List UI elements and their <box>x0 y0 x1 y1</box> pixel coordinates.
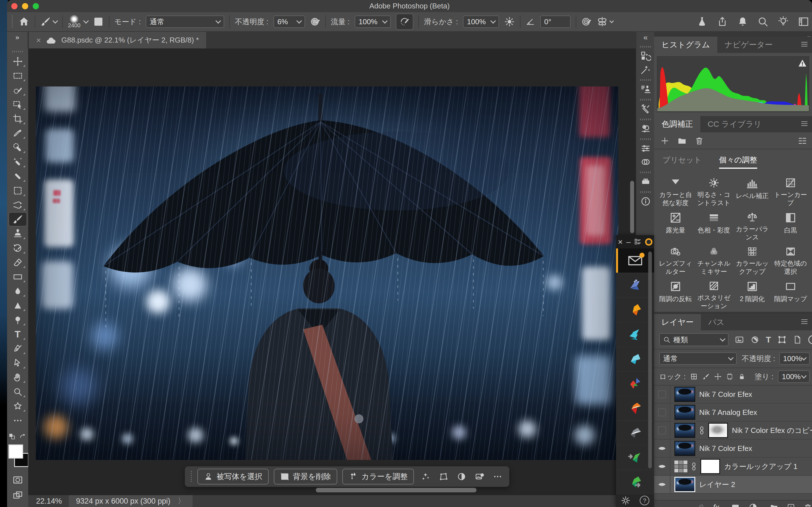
tool-path-select[interactable] <box>8 356 27 370</box>
tool-remove[interactable] <box>8 155 27 169</box>
subtab-individual[interactable]: 個々の調整 <box>718 155 758 169</box>
histogram-warning-icon[interactable] <box>798 59 807 67</box>
minimize-window-button[interactable] <box>22 3 28 9</box>
adjustment-hue-saturation[interactable]: 色相・彩度 <box>695 207 733 241</box>
tab-histogram[interactable]: ヒストグラム <box>654 37 717 53</box>
nik-item-export[interactable] <box>616 470 654 494</box>
toolbar-grip[interactable] <box>12 51 23 52</box>
horizontal-scrollbar[interactable] <box>316 488 476 492</box>
beta-flask-icon[interactable] <box>696 16 708 27</box>
adjustment-brightness-contrast[interactable]: 明るさ・コントラスト <box>695 173 733 207</box>
history-icon[interactable] <box>639 49 653 63</box>
vertical-scrollbar[interactable] <box>630 181 634 233</box>
tool-blur[interactable] <box>8 284 27 298</box>
adjustment-threshold[interactable]: 2 階調化 <box>733 276 771 310</box>
tool-selection-brush[interactable] <box>8 83 27 97</box>
blend-icon[interactable] <box>639 155 653 169</box>
toolbar-collapse-button[interactable]: » <box>7 32 28 48</box>
subtab-presets[interactable]: プリセット <box>661 155 703 169</box>
smart-object-filter-icon[interactable] <box>793 335 802 344</box>
visibility-toggle[interactable] <box>654 404 670 421</box>
quick-mask-toggle[interactable] <box>8 473 27 487</box>
lock-artboard-icon[interactable] <box>726 373 733 381</box>
layer-mask-thumbnail[interactable] <box>700 459 720 474</box>
taskbar-drag-handle[interactable] <box>190 471 192 482</box>
chevron-down-icon[interactable] <box>83 18 89 24</box>
opacity-input[interactable]: 6% <box>273 15 305 28</box>
layer-row[interactable]: カラールックアップ 1 <box>654 458 812 476</box>
transform-icon[interactable] <box>437 469 450 484</box>
tool-frame[interactable] <box>8 183 27 198</box>
tab-layers[interactable]: レイヤー <box>654 314 701 330</box>
tool-eyedropper[interactable] <box>8 126 27 140</box>
pressure-opacity-toggle[interactable] <box>310 17 320 27</box>
adjustment-invert[interactable]: 階調の反転 <box>656 276 695 310</box>
share-icon[interactable] <box>717 16 728 27</box>
mask-link-icon[interactable] <box>691 462 696 471</box>
minimize-icon[interactable]: – <box>626 237 631 246</box>
options-grip[interactable] <box>11 15 13 28</box>
tool-crop[interactable] <box>8 112 27 126</box>
layer-filter-select[interactable]: 種類 <box>659 333 728 346</box>
adjustment-channel-mixer[interactable]: チャンネルミキサー <box>695 241 733 276</box>
default-colors-icon[interactable] <box>9 433 16 441</box>
adjustment-photo-filter[interactable]: レンズフィルター <box>656 241 695 276</box>
discover-bulb-icon[interactable] <box>777 16 789 27</box>
delete-layer-icon[interactable] <box>804 503 812 507</box>
panel-menu-icon[interactable] <box>801 123 808 124</box>
brush-panel-toggle[interactable] <box>93 16 104 27</box>
tool-content-aware-move[interactable] <box>8 198 27 212</box>
adjustment-half-icon[interactable] <box>455 469 468 484</box>
symmetry-butterfly-toggle[interactable] <box>597 16 613 27</box>
layer-row[interactable]: Nik 7 Color Efex <box>654 440 812 458</box>
document-info[interactable]: 9324 px x 6000 px (300 ppi) 〉 <box>69 495 193 507</box>
folder-icon[interactable] <box>677 136 687 146</box>
trash-icon[interactable] <box>695 136 704 145</box>
collapse-panels-icon[interactable]: « <box>644 32 648 43</box>
smoothing-input[interactable]: 100% <box>463 15 499 28</box>
add-mask-icon[interactable] <box>731 503 740 507</box>
info-icon[interactable] <box>639 194 653 208</box>
layer-thumbnail[interactable] <box>674 441 695 456</box>
visibility-toggle[interactable] <box>654 440 670 457</box>
airbrush-toggle[interactable] <box>396 13 413 30</box>
layer-style-fx-icon[interactable]: fx <box>713 503 723 507</box>
tool-marquee[interactable] <box>8 68 27 83</box>
lock-paint-icon[interactable] <box>702 373 710 381</box>
layer-row[interactable]: Nik 7 Color Efex のコピー <box>654 421 812 440</box>
adjustment-filter-icon[interactable] <box>750 335 760 344</box>
settings-icon[interactable] <box>634 238 642 245</box>
layer-row[interactable]: Nik 7 Color Efex <box>654 386 812 404</box>
nik-scrollbar[interactable] <box>648 251 652 468</box>
properties-icon[interactable] <box>639 142 653 155</box>
clone-source-icon[interactable] <box>639 82 653 96</box>
visibility-toggle[interactable] <box>654 421 670 439</box>
tool-eraser[interactable] <box>8 255 27 270</box>
tool-sharpen[interactable] <box>8 298 27 313</box>
tool-gradient[interactable] <box>8 270 27 284</box>
color-swatches[interactable] <box>8 445 28 467</box>
close-tab-icon[interactable]: × <box>36 36 41 45</box>
adjustment-posterize[interactable]: ポスタリゼーション <box>695 276 733 310</box>
tool-hand[interactable] <box>8 370 27 385</box>
layer-thumbnail[interactable] <box>674 477 695 492</box>
adjustment-selective-color[interactable]: 特定色域の選択 <box>771 241 810 276</box>
tool-preset-picker[interactable] <box>40 16 57 27</box>
image-filter-icon[interactable] <box>735 335 744 344</box>
pressure-size-toggle[interactable] <box>581 17 592 27</box>
add-icon[interactable] <box>660 136 669 145</box>
tool-brush[interactable] <box>8 212 27 226</box>
adjust-color-button[interactable]: カラーを調整 <box>342 469 414 485</box>
select-subject-button[interactable]: 被写体を選択 <box>197 469 269 485</box>
document-canvas[interactable] <box>36 87 618 460</box>
layer-mask-thumbnail[interactable] <box>708 423 728 438</box>
histogram-display[interactable] <box>657 56 809 112</box>
notifications-bell-icon[interactable] <box>737 16 748 27</box>
layer-blend-mode-select[interactable]: 通常 <box>659 352 737 365</box>
screen-mode-toggle[interactable] <box>8 488 27 503</box>
adjustment-gradient-map[interactable]: 階調マップ <box>771 276 810 310</box>
tool-zoom[interactable] <box>8 385 27 399</box>
flow-input[interactable]: 100% <box>355 15 391 28</box>
tool-shape[interactable] <box>8 399 27 413</box>
brush-angle-input[interactable]: 0° <box>540 15 571 28</box>
